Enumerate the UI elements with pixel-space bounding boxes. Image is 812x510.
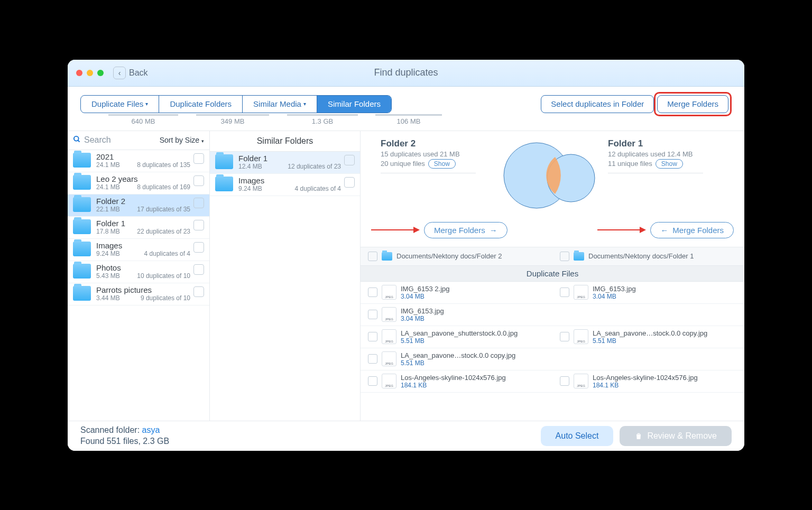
file-row: IMG_6153.jpg3.04 MB <box>361 304 744 326</box>
sort-dropdown[interactable]: Sort by Size ▾ <box>160 136 204 144</box>
checkbox[interactable] <box>193 264 204 275</box>
file-cell[interactable]: IMG_6153.jpg3.04 MB <box>361 304 552 326</box>
checkbox[interactable] <box>560 288 569 297</box>
checkbox[interactable] <box>368 310 377 319</box>
minimize-window-icon[interactable] <box>87 70 93 76</box>
annotation-highlight: Merge Folders <box>654 92 732 116</box>
folder-name: Folder 1 <box>96 219 190 228</box>
merge-folders-button[interactable]: Merge Folders <box>657 95 728 113</box>
folder-list-item[interactable]: Folder 2 22.1 MB17 duplicates of 35 <box>68 194 209 217</box>
main-content: Search Sort by Size ▾ 2021 24.1 MB8 dupl… <box>68 131 744 421</box>
tab-similar-media[interactable]: Similar Media▾ <box>243 96 317 113</box>
file-size: 184.1 KB <box>401 382 506 389</box>
file-name: LA_sean_pavone_shutterstock.0.0.jpg <box>401 329 518 337</box>
folder-path-bar: Documents/Nektony docs/Folder 2 Document… <box>361 247 744 266</box>
checkbox[interactable] <box>368 354 377 364</box>
file-name: IMG_6153 2.jpg <box>401 285 450 293</box>
search-icon[interactable] <box>73 135 81 145</box>
tab-similar-folders[interactable]: Similar Folders <box>317 96 391 113</box>
back-button[interactable]: ‹ Back <box>113 67 148 79</box>
folder-list-item[interactable]: Leo 2 years 24.1 MB8 duplicates of 169 <box>68 172 209 194</box>
checkbox[interactable] <box>368 332 377 341</box>
panel-title: Similar Folders <box>210 131 360 152</box>
checkbox[interactable] <box>193 175 204 186</box>
checkbox[interactable] <box>193 198 204 208</box>
title-bar: ‹ Back Find duplicates <box>68 60 744 87</box>
arrow-left-icon: ← <box>660 226 668 235</box>
similar-folder-item[interactable]: Images 9.24 MB4 duplicates of 4 <box>210 174 360 196</box>
file-row: LA_sean_pavone…stock.0.0 copy.jpg5.51 MB <box>361 348 744 370</box>
file-cell[interactable] <box>552 304 744 326</box>
tab-duplicate-folders[interactable]: Duplicate Folders <box>159 96 243 113</box>
scan-summary: Scanned folder: asya Found 551 files, 2.… <box>80 425 169 447</box>
select-duplicates-button[interactable]: Select duplicates in Folder <box>541 95 654 113</box>
merge-into-left-button[interactable]: Merge Folders→ <box>424 222 508 238</box>
merge-into-right-button[interactable]: ←Merge Folders <box>650 222 734 238</box>
file-cell[interactable]: LA_sean_pavone…stock.0.0 copy.jpg5.51 MB <box>361 348 552 370</box>
folder-list-item[interactable]: Images 9.24 MB4 duplicates of 4 <box>68 239 209 261</box>
folder-list-item[interactable]: Photos 5.43 MB10 duplicates of 10 <box>68 261 209 283</box>
checkbox[interactable] <box>368 252 377 261</box>
folder-list-item[interactable]: 2021 24.1 MB8 duplicates of 135 <box>68 150 209 172</box>
folder-size: 3.44 MB <box>96 294 120 302</box>
folder-name: 2021 <box>96 152 190 161</box>
folder-name: Folder 1 <box>238 154 341 163</box>
folder-dup-count: 17 duplicates of 35 <box>137 206 190 213</box>
folder-name: Images <box>238 176 341 185</box>
file-name: Los-Angeles-skyline-1024x576.jpg <box>401 374 506 382</box>
file-cell[interactable]: IMG_6153.jpg3.04 MB <box>552 282 744 303</box>
show-unique-left-button[interactable]: Show <box>428 159 456 169</box>
arrow-right-icon: → <box>490 226 497 235</box>
folder-size: 24.1 MB <box>96 161 120 169</box>
file-cell[interactable]: Los-Angeles-skyline-1024x576.jpg184.1 KB <box>361 370 552 392</box>
checkbox[interactable] <box>193 286 204 297</box>
checkbox[interactable] <box>560 252 569 261</box>
checkbox[interactable] <box>193 220 204 230</box>
checkbox[interactable] <box>344 155 355 165</box>
file-cell[interactable]: LA_sean_pavone_shutterstock.0.0.jpg5.51 … <box>361 326 552 348</box>
show-unique-right-button[interactable]: Show <box>656 159 683 169</box>
file-cell[interactable]: LA_sean_pavone…stock.0.0 copy.jpg5.51 MB <box>552 326 744 348</box>
file-cell[interactable]: IMG_6153 2.jpg3.04 MB <box>361 282 552 303</box>
category-size-row: 640 MB 349 MB 1.3 GB 106 MB <box>68 116 744 131</box>
chevron-down-icon: ▾ <box>303 101 306 107</box>
folder-size: 9.24 MB <box>238 185 262 192</box>
duplicate-file-list[interactable]: IMG_6153 2.jpg3.04 MB IMG_6153.jpg3.04 M… <box>361 282 744 421</box>
folder-name: Folder 2 <box>96 197 190 206</box>
folder-size: 24.1 MB <box>96 183 120 191</box>
scanned-folder-link[interactable]: asya <box>142 425 160 434</box>
right-path[interactable]: Documents/Nektony docs/Folder 1 <box>552 249 744 263</box>
folder-list-item[interactable]: Parrots pictures 3.44 MB9 duplicates of … <box>68 283 209 305</box>
search-input[interactable]: Search <box>84 135 111 145</box>
annotation-arrow <box>371 229 419 230</box>
checkbox[interactable] <box>193 242 204 253</box>
file-thumb-icon <box>574 285 588 300</box>
folder-list-item[interactable]: Folder 1 17.8 MB22 duplicates of 23 <box>68 217 209 239</box>
zoom-window-icon[interactable] <box>97 70 104 76</box>
file-size: 3.04 MB <box>401 293 450 300</box>
file-cell[interactable]: Los-Angeles-skyline-1024x576.jpg184.1 KB <box>552 370 744 392</box>
checkbox[interactable] <box>193 153 204 164</box>
checkbox[interactable] <box>368 376 377 386</box>
auto-select-button[interactable]: Auto Select <box>541 426 614 446</box>
folder-dup-count: 12 duplicates of 23 <box>288 163 341 170</box>
file-name: LA_sean_pavone…stock.0.0 copy.jpg <box>401 351 515 359</box>
tab-duplicate-files[interactable]: Duplicate Files▾ <box>81 96 159 113</box>
checkbox[interactable] <box>344 177 355 188</box>
left-path[interactable]: Documents/Nektony docs/Folder 2 <box>361 249 552 263</box>
file-cell[interactable] <box>552 348 744 370</box>
checkbox[interactable] <box>368 288 377 297</box>
venn-area: Folder 2 15 duplicates used 21 MB 20 uni… <box>361 131 744 217</box>
close-window-icon[interactable] <box>76 70 82 76</box>
app-window: { "titlebar": {"back":"Back","title":"Fi… <box>68 60 744 451</box>
folder-size: 5.43 MB <box>96 272 120 280</box>
folder-icon <box>73 197 91 212</box>
folder-icon <box>574 252 584 261</box>
category-toolbar: Duplicate Files▾ Duplicate Folders Simil… <box>68 87 744 116</box>
checkbox[interactable] <box>560 332 569 341</box>
folder-icon <box>215 154 233 169</box>
folder-dup-count: 4 duplicates of 4 <box>295 185 341 192</box>
checkbox[interactable] <box>560 376 569 386</box>
review-remove-button[interactable]: Review & Remove <box>620 426 732 446</box>
similar-folder-item[interactable]: Folder 1 12.4 MB12 duplicates of 23 <box>210 152 360 174</box>
